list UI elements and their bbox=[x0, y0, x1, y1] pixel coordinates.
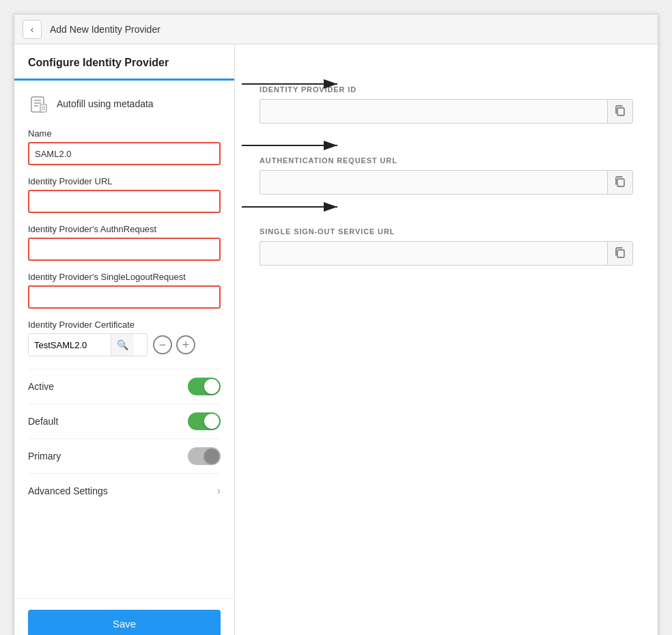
certificate-input[interactable] bbox=[29, 334, 111, 356]
active-label: Active bbox=[28, 381, 54, 392]
auth-request-label: AUTHENTICATION REQUEST URL bbox=[260, 156, 633, 165]
single-logout-field-group: Identity Provider's SingleLogoutRequest bbox=[28, 272, 221, 309]
single-logout-input[interactable] bbox=[28, 285, 221, 309]
idp-id-label: IDENTITY PROVIDER ID bbox=[260, 85, 633, 94]
certificate-row: 🔍 − + bbox=[28, 333, 221, 356]
back-button[interactable]: ‹ bbox=[23, 20, 42, 39]
cert-add-button[interactable]: + bbox=[176, 335, 195, 354]
autofill-row[interactable]: Autofill using metadata bbox=[28, 93, 221, 115]
left-panel-header: Configure Identity Provider bbox=[14, 44, 234, 81]
primary-toggle[interactable] bbox=[188, 447, 221, 465]
main-content: Configure Identity Provider bbox=[14, 44, 658, 635]
cert-controls: − + bbox=[153, 335, 195, 354]
name-field-group: Name bbox=[28, 128, 221, 165]
svg-rect-11 bbox=[617, 108, 624, 115]
left-panel: Configure Identity Provider bbox=[14, 44, 235, 635]
advanced-settings-row[interactable]: Advanced Settings › bbox=[28, 473, 221, 508]
copy-icon bbox=[614, 104, 626, 119]
cert-search-button[interactable]: 🔍 bbox=[111, 334, 134, 356]
auth-request-copy-button[interactable] bbox=[607, 170, 633, 195]
single-signout-label: SINGLE SIGN-OUT SERVICE URL bbox=[260, 227, 633, 236]
auth-request-input[interactable] bbox=[260, 170, 607, 195]
advanced-settings-label: Advanced Settings bbox=[28, 485, 108, 496]
certificate-label: Identity Provider Certificate bbox=[28, 320, 221, 330]
active-toggle[interactable] bbox=[188, 378, 221, 395]
save-footer: Save bbox=[14, 598, 234, 635]
single-signout-section: SINGLE SIGN-OUT SERVICE URL bbox=[260, 227, 633, 266]
svg-rect-12 bbox=[617, 179, 624, 186]
single-signout-input-row bbox=[260, 241, 633, 266]
back-icon: ‹ bbox=[31, 24, 34, 35]
copy-icon-2 bbox=[614, 175, 626, 190]
active-toggle-knob bbox=[204, 379, 219, 394]
save-button[interactable]: Save bbox=[28, 610, 221, 635]
idp-id-input-row bbox=[260, 99, 633, 124]
right-panel: IDENTITY PROVIDER ID AUTHENTI bbox=[235, 44, 658, 635]
default-toggle-knob bbox=[204, 414, 219, 429]
single-signout-input[interactable] bbox=[260, 241, 607, 266]
default-toggle[interactable] bbox=[188, 412, 221, 430]
certificate-field-group: Identity Provider Certificate 🔍 − bbox=[28, 320, 221, 356]
app-window: ‹ Add New Identity Provider Configure Id… bbox=[14, 14, 658, 635]
search-icon: 🔍 bbox=[117, 339, 128, 350]
svg-rect-13 bbox=[617, 250, 624, 257]
idp-id-section: IDENTITY PROVIDER ID bbox=[260, 85, 633, 124]
default-label: Default bbox=[28, 416, 58, 427]
primary-label: Primary bbox=[28, 451, 61, 462]
chevron-right-icon: › bbox=[217, 485, 221, 497]
idp-url-input[interactable] bbox=[28, 190, 221, 213]
svg-rect-4 bbox=[40, 104, 46, 112]
copy-icon-3 bbox=[614, 246, 626, 261]
cert-input-wrapper: 🔍 bbox=[28, 333, 148, 356]
autofill-icon bbox=[28, 93, 50, 115]
idp-id-input[interactable] bbox=[260, 99, 607, 124]
title-bar-label: Add New Identity Provider bbox=[50, 24, 160, 35]
primary-toggle-row: Primary bbox=[28, 438, 221, 473]
idp-url-label: Identity Provider URL bbox=[28, 176, 221, 186]
left-panel-body: Autofill using metadata Name Identity Pr… bbox=[14, 81, 234, 598]
name-label: Name bbox=[28, 128, 221, 139]
auth-request-input-row bbox=[260, 170, 633, 195]
primary-toggle-knob bbox=[204, 449, 219, 464]
plus-icon: + bbox=[182, 338, 190, 352]
name-input[interactable] bbox=[28, 142, 221, 165]
single-signout-copy-button[interactable] bbox=[607, 241, 633, 266]
cert-remove-button[interactable]: − bbox=[153, 335, 172, 354]
configure-idp-title: Configure Identity Provider bbox=[28, 57, 169, 68]
default-toggle-row: Default bbox=[28, 404, 221, 438]
authn-request-label: Identity Provider's AuthnRequest bbox=[28, 224, 221, 234]
idp-id-copy-button[interactable] bbox=[607, 99, 633, 124]
arrows-overlay bbox=[235, 44, 658, 635]
autofill-label: Autofill using metadata bbox=[57, 98, 154, 109]
authn-request-input[interactable] bbox=[28, 238, 221, 261]
single-logout-label: Identity Provider's SingleLogoutRequest bbox=[28, 272, 221, 282]
active-toggle-row: Active bbox=[28, 369, 221, 404]
minus-icon: − bbox=[159, 338, 167, 352]
title-bar: ‹ Add New Identity Provider bbox=[14, 14, 658, 44]
authn-request-field-group: Identity Provider's AuthnRequest bbox=[28, 224, 221, 261]
idp-url-field-group: Identity Provider URL bbox=[28, 176, 221, 213]
auth-request-section: AUTHENTICATION REQUEST URL bbox=[260, 156, 633, 195]
